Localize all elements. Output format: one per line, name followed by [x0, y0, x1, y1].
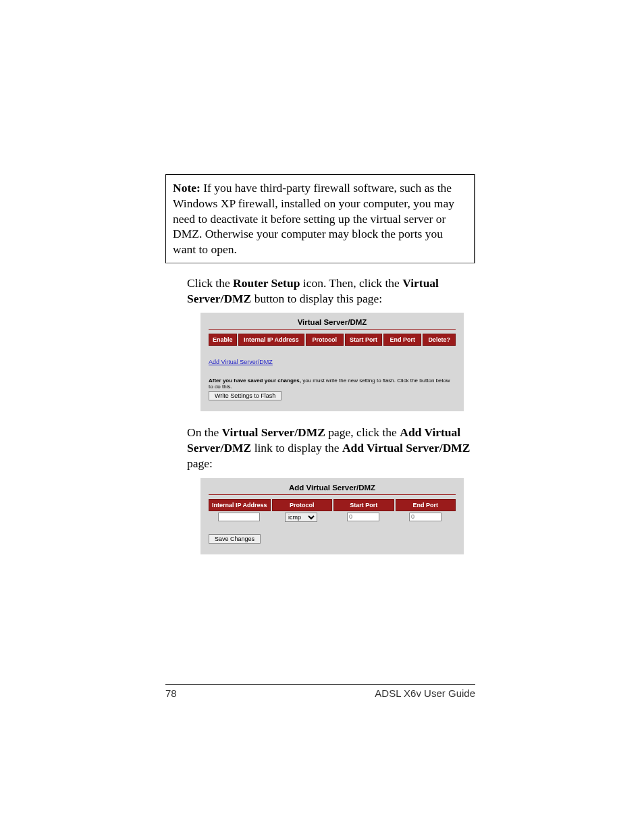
bold: Virtual Server/DMZ	[222, 425, 325, 439]
text: link to display the	[251, 441, 342, 454]
footer-title: ADSL X6v User Guide	[375, 687, 475, 699]
virtual-server-panel: Virtual Server/DMZ Enable Internal IP Ad…	[200, 313, 464, 411]
instruction-paragraph-2: On the Virtual Server/DMZ page, click th…	[187, 425, 475, 471]
protocol-select[interactable]: icmp	[285, 513, 317, 522]
add-link-line: Add Virtual Server/DMZ	[209, 358, 464, 365]
th-protocol: Protocol	[306, 334, 344, 346]
add-virtual-server-panel: Add Virtual Server/DMZ Internal IP Addre…	[200, 478, 464, 554]
th-enable: Enable	[209, 334, 237, 346]
text: On the	[187, 425, 222, 439]
internal-ip-input[interactable]	[218, 513, 260, 521]
th-end-port: End Port	[383, 334, 421, 346]
table-header-row: Enable Internal IP Address Protocol Star…	[209, 334, 456, 346]
text: page, click the	[325, 425, 400, 439]
hint-bold: After you have saved your changes,	[209, 377, 301, 384]
th-internal-ip: Internal IP Address	[238, 334, 304, 346]
note-label: Note:	[173, 181, 200, 194]
text: icon. Then, click the	[300, 276, 402, 290]
bold: Add Virtual Server/DMZ	[342, 441, 471, 454]
panel-title: Add Virtual Server/DMZ	[200, 482, 464, 494]
panel-divider	[209, 329, 456, 330]
empty-table-body	[209, 346, 456, 354]
text: page:	[187, 457, 213, 470]
end-port-input[interactable]	[409, 513, 441, 521]
bold-router-setup: Router Setup	[233, 276, 300, 290]
panel-divider	[209, 494, 456, 495]
note-box: Note: If you have third-party firewall s…	[165, 174, 475, 263]
th-delete: Delete?	[423, 334, 456, 346]
page: Note: If you have third-party firewall s…	[0, 0, 644, 834]
th-protocol: Protocol	[272, 499, 332, 511]
add-virtual-server-link[interactable]: Add Virtual Server/DMZ	[209, 359, 273, 365]
th-internal-ip: Internal IP Address	[209, 499, 271, 511]
note-text: If you have third-party firewall softwar…	[173, 181, 454, 256]
th-start-port: Start Port	[333, 499, 394, 511]
page-footer: 78 ADSL X6v User Guide	[165, 684, 475, 699]
write-settings-button[interactable]: Write Settings to Flash	[209, 391, 281, 400]
save-changes-button[interactable]: Save Changes	[209, 534, 261, 544]
page-number: 78	[165, 687, 177, 699]
text: button to display this page:	[251, 292, 382, 305]
input-row: icmp	[209, 513, 456, 522]
flash-hint: After you have saved your changes, you m…	[209, 377, 456, 400]
instruction-paragraph-1: Click the Router Setup icon. Then, click…	[187, 276, 475, 307]
panel-title: Virtual Server/DMZ	[200, 317, 464, 329]
text: Click the	[187, 276, 233, 290]
th-start-port: Start Port	[345, 334, 383, 346]
table-header-row: Internal IP Address Protocol Start Port …	[209, 499, 456, 511]
start-port-input[interactable]	[347, 513, 379, 521]
th-end-port: End Port	[396, 499, 456, 511]
